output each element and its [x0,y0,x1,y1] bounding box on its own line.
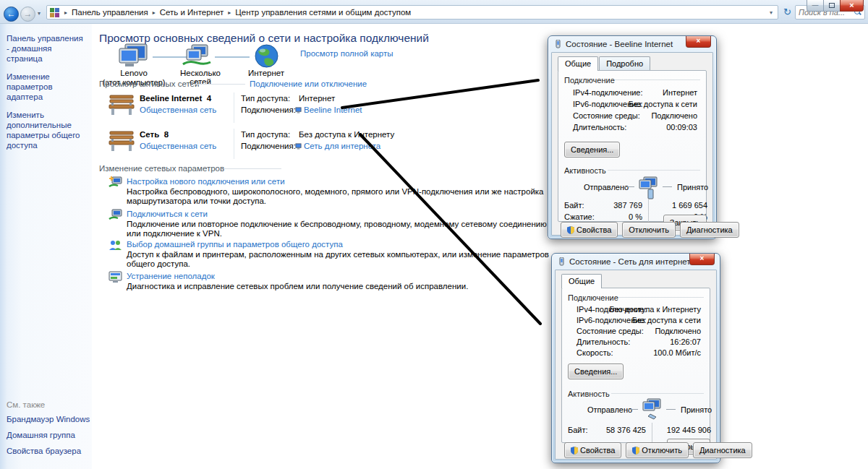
window-chrome: ← → ▾ ▸ Панель управления ▸ Сеть и Интер… [0,0,868,24]
connection-link[interactable]: Сеть для интернета [304,142,380,150]
refresh-button[interactable]: ↻ [781,5,793,20]
close-window-button[interactable]: × [840,0,864,12]
network-name: Сеть 8 [140,130,169,139]
connect-to-network-desc: Подключение или повторное подключение к … [127,220,552,238]
disconnect-button[interactable]: Отключить [622,222,676,238]
activity-row-label: Байт: [568,426,588,434]
connect-disconnect-link[interactable]: Подключение или отключение [250,79,367,88]
sidebar-item-home[interactable]: Панель управления - домашняя страница [7,33,88,64]
tab-details[interactable]: Подробно [599,56,650,70]
dialog-title-bar[interactable]: Состояние - Beeline Internet × [548,36,716,52]
activity-sent-value: 58 376 425 [597,426,646,434]
view-full-map-link[interactable]: Просмотр полной карты [300,49,393,58]
connection-link[interactable]: Beeline Internet [304,106,362,114]
access-type-value: Без доступа к Интернету [299,130,394,139]
group-rule [618,297,704,298]
lan-status-icon [558,257,566,267]
activity-received-value: 1 669 654 [660,201,707,210]
map-internet-label: Интернет [237,69,295,77]
homegroup-icon [109,239,122,251]
setup-new-connection-link[interactable]: Настройка нового подключения или сети [127,177,285,186]
tab-general[interactable]: Общие [558,56,598,71]
field-label: IPv4-подключение: [573,88,643,97]
close-dialog-button[interactable]: × [686,36,711,48]
this-computer-icon[interactable] [118,43,151,70]
sidebar-item-firewall[interactable]: Брандмауэр Windows [7,414,90,424]
connection-group-header: Подключение [564,76,615,85]
group-rule [611,393,704,394]
window-controls: — × [807,0,864,12]
field-value: 16:26:07 [670,337,701,346]
address-bar[interactable]: ▸ Панель управления ▸ Сеть и Интернет ▸ … [46,5,778,20]
network-kind-link[interactable]: Общественная сеть [140,106,216,114]
field-label: Длительность: [576,337,630,346]
uac-shield-icon [632,447,639,455]
maximize-button[interactable] [824,0,840,12]
diagnose-button[interactable]: Диагностика [693,442,752,458]
diagnose-button[interactable]: Диагностика [680,222,739,238]
connect-to-network-link[interactable]: Подключиться к сети [127,210,208,218]
activity-group-header: Активность [564,166,606,175]
main-content: Просмотр основных сведений о сети и наст… [92,24,868,469]
activity-computers-icon [640,398,662,421]
received-label: Принято [677,183,708,192]
breadcrumb-network-center[interactable]: Центр управления сетями и общим доступом [235,8,411,17]
activity-row-label: Байт: [564,201,584,210]
sidebar-item-homegroup[interactable]: Домашняя группа [7,430,90,440]
sidebar-item-adapter-settings[interactable]: Изменение параметров адаптера [7,72,88,102]
status-dialog-beeline: Состояние - Beeline Internet × Общие Под… [548,35,717,239]
close-dialog-button[interactable]: × [689,254,715,265]
back-button[interactable]: ← [4,7,19,22]
minimize-button[interactable]: — [807,0,824,12]
address-dropdown-icon[interactable]: ▾ [767,9,775,16]
breadcrumb-arrow-icon: ▸ [63,9,69,16]
field-value: Без доступа к Интернету [609,305,701,314]
status-dialog-lan: Состояние - Сеть для интернета × Общие П… [551,253,720,463]
access-type-label: Тип доступа: [241,130,290,139]
properties-button[interactable]: Свойства [561,222,618,238]
active-networks-header: Просмотр активных сетей [99,79,199,88]
field-value: Без доступа к сети [632,316,701,324]
new-connection-icon [109,176,122,189]
map-connector [215,56,250,58]
forward-icon: → [24,9,33,19]
breadcrumb-control-panel[interactable]: Панель управления [72,8,148,17]
field-value: Подключено [651,111,697,120]
troubleshoot-link[interactable]: Устранение неполадок [127,272,215,280]
field-label: Длительность: [573,123,626,132]
section-rule [193,84,245,85]
sidebar-item-advanced-sharing[interactable]: Изменить дополнительные параметры общего… [7,110,88,150]
activity-computers-icon [637,176,658,199]
dash [629,409,638,410]
disconnect-label: Отключить [629,225,669,234]
uac-shield-icon [567,226,574,234]
connections-label: Подключения: [241,142,296,150]
details-button[interactable]: Сведения... [564,142,620,158]
details-button[interactable]: Сведения... [568,363,624,379]
forward-button[interactable]: → [20,7,35,22]
internet-globe-icon[interactable] [255,44,278,68]
multiple-networks-icon[interactable] [182,44,212,69]
dialog-title-bar[interactable]: Состояние - Сеть для интернета × [552,254,720,270]
recent-pages-dropdown-icon[interactable]: ▾ [38,10,41,17]
disconnect-button[interactable]: Отключить [626,442,689,458]
homegroup-sharing-link[interactable]: Выбор домашней группы и параметров общег… [127,240,343,249]
breadcrumb-network-internet[interactable]: Сеть и Интернет [160,8,224,17]
tab-general[interactable]: Общие [561,274,602,288]
activity-sent-value: 387 769 [602,201,642,210]
field-label: Состояние среды: [576,327,644,335]
column-divider [234,92,234,123]
map-computer-label: Lenovo [105,69,163,77]
network-kind-link[interactable]: Общественная сеть [140,142,216,150]
connection-monitor-icon [295,143,302,150]
dialog-body: Общие Подробно Подключение IPv4-подключе… [551,52,713,236]
field-label: Состояние среды: [573,111,640,120]
dialog-title: Состояние - Beeline Internet [566,40,673,48]
section-rule [224,168,281,169]
column-divider [234,129,234,159]
sidebar-item-browser-options[interactable]: Свойства браузера [7,446,90,456]
properties-button[interactable]: Свойства [564,442,621,458]
diagnose-label: Диагностика [699,446,746,455]
dialog-body: Общие Подключение IPv4-подключение: Без … [555,270,717,460]
dialup-status-icon [554,40,562,49]
